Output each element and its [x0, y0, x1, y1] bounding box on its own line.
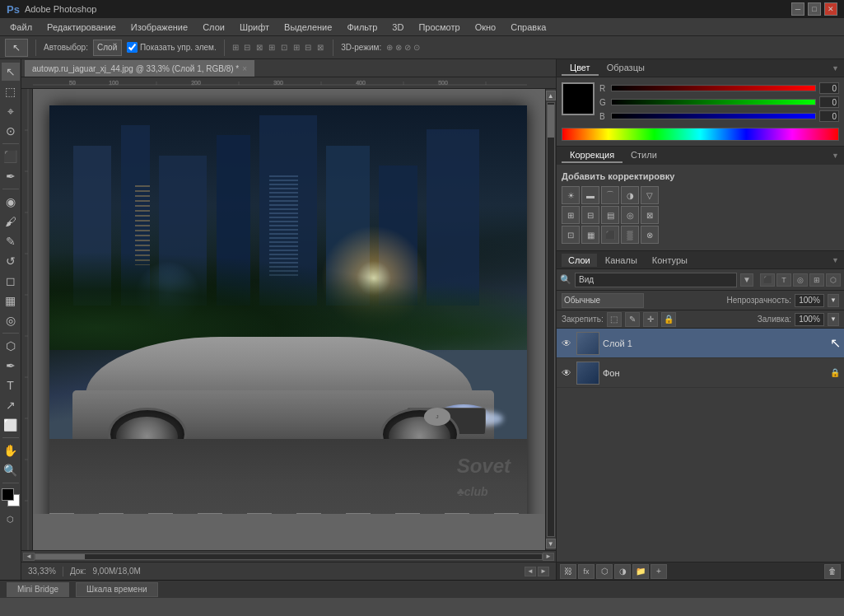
lock-all-button[interactable]: 🔒: [661, 312, 676, 327]
scroll-right-button[interactable]: ►: [543, 553, 554, 561]
layers-search-input[interactable]: [575, 273, 737, 287]
color-spectrum[interactable]: [562, 128, 839, 141]
tool-brush[interactable]: 🖌: [2, 212, 20, 231]
filter-type-dropdown[interactable]: ▼: [740, 273, 753, 287]
tool-marquee[interactable]: ⬚: [2, 82, 20, 100]
menu-layers[interactable]: Слои: [196, 21, 231, 34]
menu-font[interactable]: Шрифт: [233, 21, 276, 34]
new-group-button[interactable]: 📁: [632, 564, 649, 579]
foreground-color[interactable]: [2, 488, 14, 501]
color-selector[interactable]: [2, 488, 20, 506]
delete-layer-button[interactable]: 🗑: [824, 564, 841, 579]
blend-mode-select[interactable]: Обычные: [562, 293, 644, 308]
tool-pen[interactable]: ✒: [2, 357, 20, 375]
tool-magic-wand[interactable]: ⊙: [2, 122, 20, 140]
tab-samples[interactable]: Образцы: [599, 61, 653, 76]
tab-minibridge[interactable]: Mini Bridge: [7, 582, 69, 597]
tool-move[interactable]: ↖: [2, 63, 20, 81]
menu-select[interactable]: Выделение: [277, 21, 338, 34]
tool-lasso[interactable]: ⌖: [2, 102, 20, 120]
status-next-button[interactable]: ►: [538, 567, 549, 576]
colorbalance-icon[interactable]: ⊟: [581, 206, 599, 224]
add-mask-button[interactable]: ⬡: [596, 564, 613, 579]
show-controls-checkbox[interactable]: [127, 42, 138, 53]
layer-visibility-1[interactable]: 👁: [560, 337, 573, 350]
green-value[interactable]: [819, 96, 839, 108]
layer-item-1[interactable]: 👁 Слой 1 ↖: [557, 329, 844, 358]
tool-dodge[interactable]: ⬡: [2, 337, 20, 355]
tab-color[interactable]: Цвет: [562, 61, 599, 76]
brightness-contrast-icon[interactable]: ☀: [562, 186, 580, 204]
color-panel-collapse[interactable]: ▼: [832, 64, 839, 72]
move-tool-options[interactable]: ↖: [5, 39, 28, 57]
tool-gradient[interactable]: ▦: [2, 292, 20, 310]
layers-panel-collapse[interactable]: ▼: [832, 256, 839, 264]
tool-history-brush[interactable]: ↺: [2, 252, 20, 270]
gradientmap-icon[interactable]: ▒: [621, 226, 639, 244]
filter-smart-icon[interactable]: ⊞: [809, 273, 824, 287]
menu-help[interactable]: Справка: [504, 21, 553, 34]
filter-pixel-icon[interactable]: ⬛: [760, 273, 775, 287]
tab-correction[interactable]: Коррекция: [562, 148, 623, 163]
tool-crop[interactable]: ⬛: [2, 147, 20, 166]
lock-pixels-button[interactable]: ✎: [625, 312, 640, 327]
photofilter-icon[interactable]: ◎: [621, 206, 639, 224]
opacity-dropdown-arrow[interactable]: ▼: [828, 294, 839, 307]
invert-icon[interactable]: ⊡: [562, 226, 580, 244]
close-button[interactable]: ✕: [824, 2, 837, 16]
lock-position-button[interactable]: ✛: [643, 312, 658, 327]
tool-healing[interactable]: ◉: [2, 193, 20, 211]
tool-eraser[interactable]: ◻: [2, 272, 20, 290]
filter-group-icon[interactable]: ⬡: [826, 273, 841, 287]
scroll-left-button[interactable]: ◄: [23, 553, 35, 561]
bw-icon[interactable]: ▤: [601, 206, 619, 224]
color-swatch-big[interactable]: [562, 82, 595, 115]
menu-window[interactable]: Окно: [469, 21, 503, 34]
red-slider[interactable]: [611, 85, 816, 91]
tab-close-button[interactable]: ×: [242, 64, 247, 73]
green-slider[interactable]: [611, 99, 816, 105]
blue-slider[interactable]: [611, 113, 816, 119]
posterize-icon[interactable]: ▦: [581, 226, 599, 244]
threshold-icon[interactable]: ⬛: [601, 226, 619, 244]
menu-image[interactable]: Изображение: [124, 21, 194, 34]
autoselect-dropdown[interactable]: Слой: [93, 40, 122, 56]
menu-3d[interactable]: 3D: [385, 21, 410, 34]
tool-stamp[interactable]: ✎: [2, 232, 20, 250]
blue-value[interactable]: [819, 110, 839, 122]
levels-icon[interactable]: ▬: [581, 186, 599, 204]
status-prev-button[interactable]: ◄: [525, 567, 536, 576]
tool-eyedropper[interactable]: ✒: [2, 167, 20, 185]
menu-view[interactable]: Просмотр: [412, 21, 466, 34]
document-tab[interactable]: autowp.ru_jaguar_xj_44.jpg @ 33,3% (Слой…: [25, 60, 254, 77]
h-scroll-track[interactable]: [35, 553, 543, 560]
add-style-button[interactable]: fx: [578, 564, 595, 579]
tool-zoom[interactable]: 🔍: [2, 461, 20, 479]
add-adjustment-button[interactable]: ◑: [614, 564, 631, 579]
v-scroll-track[interactable]: [547, 102, 555, 537]
tab-contours[interactable]: Контуры: [646, 254, 694, 267]
hsl-icon[interactable]: ⊞: [562, 206, 580, 224]
tool-quickmask[interactable]: ⬡: [2, 510, 20, 528]
tab-timeline[interactable]: Шкала времени: [76, 582, 157, 597]
opacity-input[interactable]: [795, 294, 824, 307]
vibrance-icon[interactable]: ▽: [641, 186, 659, 204]
tool-blur[interactable]: ◎: [2, 311, 20, 329]
curves-icon[interactable]: ⌒: [601, 186, 619, 204]
tool-text[interactable]: T: [2, 376, 20, 394]
scroll-up-button[interactable]: ▲: [546, 91, 556, 100]
fill-input[interactable]: [795, 313, 824, 326]
tab-channels[interactable]: Каналы: [599, 254, 644, 267]
lock-transparent-button[interactable]: ⬚: [607, 312, 622, 327]
tab-layers[interactable]: Слои: [562, 254, 597, 267]
menu-filter[interactable]: Фильтр: [340, 21, 384, 34]
scroll-down-button[interactable]: ▼: [546, 539, 556, 548]
filter-adj-icon[interactable]: T: [776, 273, 791, 287]
new-layer-button[interactable]: +: [650, 564, 667, 579]
tool-path-select[interactable]: ↗: [2, 396, 20, 414]
layer-item-bg[interactable]: 👁 Фон 🔒: [557, 358, 844, 388]
menu-file[interactable]: Файл: [3, 21, 39, 34]
menu-edit[interactable]: Редактирование: [40, 21, 123, 34]
red-value[interactable]: [819, 82, 839, 94]
selectivecolor-icon[interactable]: ⊗: [641, 226, 659, 244]
